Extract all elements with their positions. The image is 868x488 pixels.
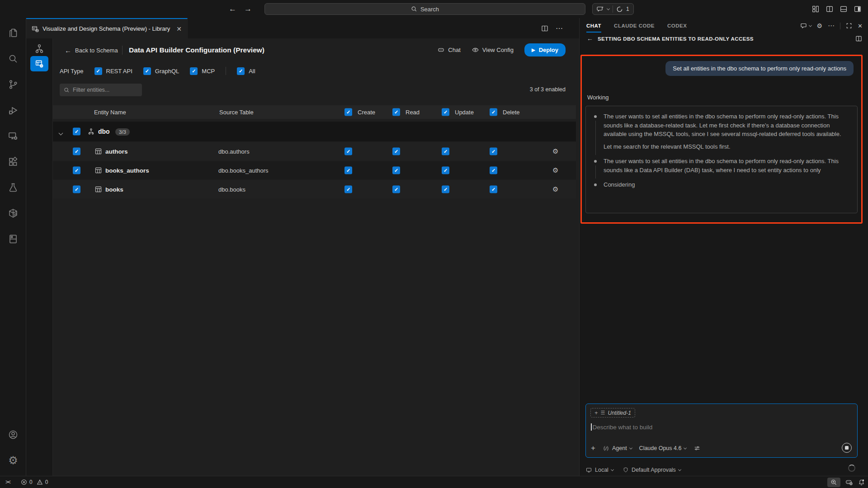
sidebar-item-search[interactable] [0,46,26,71]
environment-label: Local [595,467,609,473]
copilot-icon [437,46,445,54]
more-actions-icon[interactable]: ⋯ [828,22,835,30]
chevron-down-icon [808,23,811,27]
remote-window-icon[interactable]: >< [5,479,10,485]
read-checkbox[interactable] [392,167,400,174]
more-actions-icon[interactable]: ⋯ [556,24,563,33]
stop-generating-button[interactable] [842,443,852,453]
problems-indicator[interactable]: 0 0 [21,479,48,485]
agent-mode-label: Agent [612,445,627,451]
delete-checkbox[interactable] [490,186,497,193]
environment-picker[interactable]: Local [585,467,613,474]
deploy-button[interactable]: ▶ Deploy [524,43,566,56]
sidebar-item-source-control[interactable] [0,71,26,97]
read-all-checkbox[interactable] [392,108,400,116]
remote-explorer-icon [8,131,19,141]
maximize-icon[interactable] [846,23,852,29]
close-icon[interactable]: ✕ [176,25,182,33]
table-designer-button[interactable] [30,56,48,71]
mcp-option[interactable]: MCP [190,67,215,75]
all-option[interactable]: All [237,67,255,75]
tab-chat[interactable]: CHAT [586,18,601,33]
copilot-pill[interactable]: 1 [592,3,634,15]
command-center-search[interactable]: Search [264,3,585,15]
row-checkbox[interactable] [73,186,80,193]
split-editor-icon[interactable] [541,25,548,32]
new-chat-dropdown[interactable] [800,22,811,29]
sidebar-item-containers[interactable] [0,200,26,226]
schema-group-row[interactable]: dbo 3/3 [53,122,576,141]
chat-input-box[interactable]: + ☰ Untitled-1 Describe what to build + … [585,404,858,458]
toggle-panel-icon[interactable] [840,5,848,13]
graphql-checkbox[interactable] [143,67,151,75]
row-settings-gear-icon[interactable]: ⚙ [552,147,558,155]
copilot-status-icon[interactable] [845,478,853,486]
attach-icon[interactable]: + [591,444,595,453]
settings-button[interactable]: ⚙ [0,447,26,473]
model-picker[interactable]: Claude Opus 4.6 [639,445,687,451]
update-all-checkbox[interactable] [442,108,449,116]
nav-forward-button[interactable]: → [244,0,252,18]
row-checkbox[interactable] [73,167,80,174]
notifications-bell-icon[interactable] [858,479,865,486]
close-icon[interactable]: ✕ [858,23,863,29]
graphql-option[interactable]: GraphQL [143,67,179,75]
approvals-label: Default Approvals [632,467,676,473]
table-row-authors[interactable]: authors dbo.authors ⚙ [53,142,576,160]
row-checkbox[interactable] [73,148,80,155]
delete-checkbox[interactable] [490,148,497,155]
customize-layout-icon[interactable] [811,5,820,13]
tab-visualize-design-schema[interactable]: Visualize and Design Schema (Preview) - … [26,18,188,38]
back-arrow-icon[interactable]: ← [587,35,593,42]
create-checkbox[interactable] [344,186,352,193]
sidebar-item-remote-explorer[interactable] [0,123,26,149]
nav-back-button[interactable]: ← [229,0,236,18]
row-settings-gear-icon[interactable]: ⚙ [552,185,558,193]
approvals-picker[interactable]: Default Approvals [623,467,681,473]
rest-api-checkbox[interactable] [94,67,102,75]
all-checkbox[interactable] [237,67,245,75]
table-row-books[interactable]: books dbo.books ⚙ [53,180,576,198]
view-config-button[interactable]: View Config [472,46,514,54]
sidebar-item-explorer[interactable] [0,20,26,46]
chat-input-field[interactable]: Describe what to build [591,423,652,431]
tab-claude-code[interactable]: CLAUDE CODE [614,18,655,33]
account-button[interactable] [0,422,26,447]
create-checkbox[interactable] [344,167,352,174]
read-checkbox[interactable] [392,148,400,155]
delete-all-checkbox[interactable] [490,108,497,116]
sidebar-item-database[interactable] [0,226,26,252]
agent-mode-picker[interactable]: Agent [603,445,632,452]
delete-checkbox[interactable] [490,167,497,174]
update-checkbox[interactable] [442,148,449,155]
toggle-secondary-sidebar-icon[interactable] [854,5,862,13]
update-checkbox[interactable] [442,167,449,174]
config-actions: Chat View Config ▶ Deploy [437,43,566,56]
read-checkbox[interactable] [392,186,400,193]
create-all-checkbox[interactable] [344,108,352,116]
tab-codex[interactable]: CODEX [667,18,687,33]
mcp-checkbox[interactable] [190,67,198,75]
rest-api-option[interactable]: REST API [94,67,132,75]
update-checkbox[interactable] [442,186,449,193]
collapse-chevron-icon[interactable] [59,131,63,136]
zoom-in-button[interactable] [827,478,840,487]
open-in-editor-icon[interactable] [855,35,862,42]
context-chip[interactable]: + ☰ Untitled-1 [590,408,635,418]
create-checkbox[interactable] [344,148,352,155]
settings-gear-icon[interactable]: ⚙ [817,22,823,29]
agent-thinking-box[interactable]: The user wants to set all entities in th… [585,106,858,213]
schema-visualizer-icon[interactable] [34,43,45,54]
dbo-group-checkbox[interactable] [73,128,80,136]
filter-entities-input[interactable]: Filter entities... [60,84,142,96]
split-editor-icon[interactable] [826,5,834,13]
chat-button[interactable]: Chat [437,46,460,54]
row-settings-gear-icon[interactable]: ⚙ [552,166,558,174]
list-icon: ☰ [601,410,605,416]
sidebar-item-run-debug[interactable] [0,97,26,123]
table-row-books-authors[interactable]: books_authors dbo.books_authors ⚙ [53,161,576,179]
sidebar-item-extensions[interactable] [0,149,26,174]
tools-sliders-icon[interactable] [693,445,701,452]
sidebar-item-testing[interactable] [0,174,26,200]
back-to-schema-button[interactable]: ← Back to Schema [65,43,118,57]
